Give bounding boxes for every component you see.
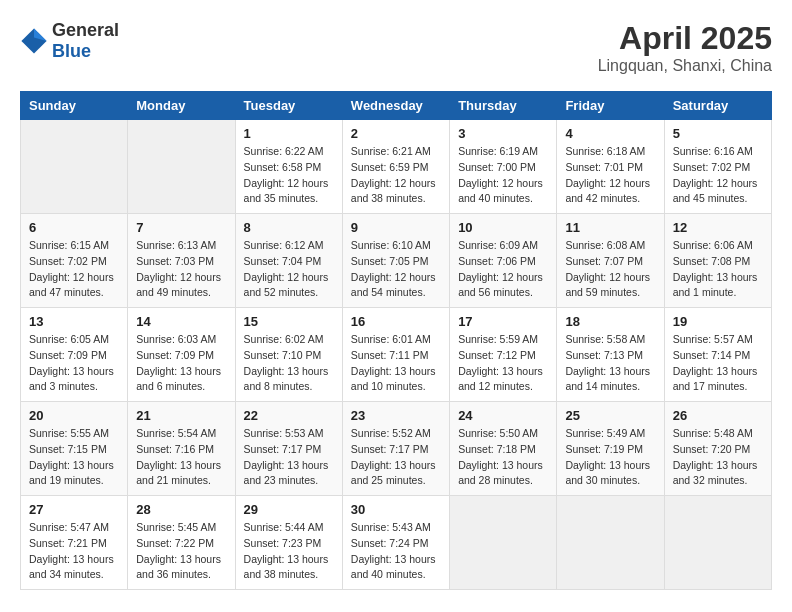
weekday-header-row: SundayMondayTuesdayWednesdayThursdayFrid… [21,92,772,120]
calendar-cell: 8Sunrise: 6:12 AMSunset: 7:04 PMDaylight… [235,214,342,308]
day-number: 17 [458,314,548,329]
weekday-header: Sunday [21,92,128,120]
weekday-header: Saturday [664,92,771,120]
day-number: 4 [565,126,655,141]
day-info: Sunrise: 6:10 AMSunset: 7:05 PMDaylight:… [351,238,441,301]
day-info: Sunrise: 5:57 AMSunset: 7:14 PMDaylight:… [673,332,763,395]
day-number: 24 [458,408,548,423]
calendar-cell: 5Sunrise: 6:16 AMSunset: 7:02 PMDaylight… [664,120,771,214]
day-number: 14 [136,314,226,329]
day-number: 19 [673,314,763,329]
calendar-cell: 7Sunrise: 6:13 AMSunset: 7:03 PMDaylight… [128,214,235,308]
day-info: Sunrise: 6:21 AMSunset: 6:59 PMDaylight:… [351,144,441,207]
day-info: Sunrise: 6:09 AMSunset: 7:06 PMDaylight:… [458,238,548,301]
day-info: Sunrise: 6:19 AMSunset: 7:00 PMDaylight:… [458,144,548,207]
day-info: Sunrise: 6:02 AMSunset: 7:10 PMDaylight:… [244,332,334,395]
calendar-week-row: 13Sunrise: 6:05 AMSunset: 7:09 PMDayligh… [21,308,772,402]
day-number: 27 [29,502,119,517]
calendar-cell: 6Sunrise: 6:15 AMSunset: 7:02 PMDaylight… [21,214,128,308]
day-info: Sunrise: 5:58 AMSunset: 7:13 PMDaylight:… [565,332,655,395]
day-info: Sunrise: 5:52 AMSunset: 7:17 PMDaylight:… [351,426,441,489]
title-block: April 2025 Lingquan, Shanxi, China [598,20,772,75]
day-info: Sunrise: 6:01 AMSunset: 7:11 PMDaylight:… [351,332,441,395]
calendar-cell: 26Sunrise: 5:48 AMSunset: 7:20 PMDayligh… [664,402,771,496]
calendar-cell: 1Sunrise: 6:22 AMSunset: 6:58 PMDaylight… [235,120,342,214]
calendar-cell: 16Sunrise: 6:01 AMSunset: 7:11 PMDayligh… [342,308,449,402]
calendar-cell: 11Sunrise: 6:08 AMSunset: 7:07 PMDayligh… [557,214,664,308]
calendar-cell: 18Sunrise: 5:58 AMSunset: 7:13 PMDayligh… [557,308,664,402]
logo-blue-text: Blue [52,41,91,61]
day-number: 8 [244,220,334,235]
day-number: 2 [351,126,441,141]
day-info: Sunrise: 6:16 AMSunset: 7:02 PMDaylight:… [673,144,763,207]
calendar-week-row: 27Sunrise: 5:47 AMSunset: 7:21 PMDayligh… [21,496,772,590]
day-info: Sunrise: 5:50 AMSunset: 7:18 PMDaylight:… [458,426,548,489]
calendar-cell [450,496,557,590]
calendar-cell: 10Sunrise: 6:09 AMSunset: 7:06 PMDayligh… [450,214,557,308]
day-info: Sunrise: 6:08 AMSunset: 7:07 PMDaylight:… [565,238,655,301]
calendar-cell: 21Sunrise: 5:54 AMSunset: 7:16 PMDayligh… [128,402,235,496]
day-number: 11 [565,220,655,235]
logo: General Blue [20,20,119,62]
day-number: 3 [458,126,548,141]
day-number: 7 [136,220,226,235]
day-info: Sunrise: 5:45 AMSunset: 7:22 PMDaylight:… [136,520,226,583]
weekday-header: Monday [128,92,235,120]
calendar-cell: 28Sunrise: 5:45 AMSunset: 7:22 PMDayligh… [128,496,235,590]
calendar-cell: 19Sunrise: 5:57 AMSunset: 7:14 PMDayligh… [664,308,771,402]
weekday-header: Friday [557,92,664,120]
logo-icon [20,27,48,55]
calendar-cell: 9Sunrise: 6:10 AMSunset: 7:05 PMDaylight… [342,214,449,308]
calendar-cell: 13Sunrise: 6:05 AMSunset: 7:09 PMDayligh… [21,308,128,402]
calendar-cell: 20Sunrise: 5:55 AMSunset: 7:15 PMDayligh… [21,402,128,496]
day-number: 1 [244,126,334,141]
day-number: 5 [673,126,763,141]
day-info: Sunrise: 6:05 AMSunset: 7:09 PMDaylight:… [29,332,119,395]
calendar-cell: 25Sunrise: 5:49 AMSunset: 7:19 PMDayligh… [557,402,664,496]
calendar-table: SundayMondayTuesdayWednesdayThursdayFrid… [20,91,772,590]
calendar-cell: 12Sunrise: 6:06 AMSunset: 7:08 PMDayligh… [664,214,771,308]
calendar-cell: 17Sunrise: 5:59 AMSunset: 7:12 PMDayligh… [450,308,557,402]
day-number: 28 [136,502,226,517]
day-number: 26 [673,408,763,423]
calendar-body: 1Sunrise: 6:22 AMSunset: 6:58 PMDaylight… [21,120,772,590]
day-number: 29 [244,502,334,517]
calendar-cell: 14Sunrise: 6:03 AMSunset: 7:09 PMDayligh… [128,308,235,402]
weekday-header: Tuesday [235,92,342,120]
location-title: Lingquan, Shanxi, China [598,57,772,75]
day-number: 10 [458,220,548,235]
calendar-cell: 30Sunrise: 5:43 AMSunset: 7:24 PMDayligh… [342,496,449,590]
day-info: Sunrise: 5:48 AMSunset: 7:20 PMDaylight:… [673,426,763,489]
day-info: Sunrise: 6:06 AMSunset: 7:08 PMDaylight:… [673,238,763,301]
calendar-cell [21,120,128,214]
day-number: 9 [351,220,441,235]
day-number: 6 [29,220,119,235]
day-info: Sunrise: 6:22 AMSunset: 6:58 PMDaylight:… [244,144,334,207]
weekday-header: Thursday [450,92,557,120]
day-number: 18 [565,314,655,329]
day-number: 30 [351,502,441,517]
day-info: Sunrise: 6:18 AMSunset: 7:01 PMDaylight:… [565,144,655,207]
calendar-cell: 27Sunrise: 5:47 AMSunset: 7:21 PMDayligh… [21,496,128,590]
calendar-cell [128,120,235,214]
day-info: Sunrise: 5:53 AMSunset: 7:17 PMDaylight:… [244,426,334,489]
day-info: Sunrise: 6:03 AMSunset: 7:09 PMDaylight:… [136,332,226,395]
day-info: Sunrise: 6:13 AMSunset: 7:03 PMDaylight:… [136,238,226,301]
day-number: 13 [29,314,119,329]
day-number: 25 [565,408,655,423]
calendar-cell: 3Sunrise: 6:19 AMSunset: 7:00 PMDaylight… [450,120,557,214]
calendar-cell: 24Sunrise: 5:50 AMSunset: 7:18 PMDayligh… [450,402,557,496]
calendar-cell [664,496,771,590]
calendar-cell: 2Sunrise: 6:21 AMSunset: 6:59 PMDaylight… [342,120,449,214]
day-info: Sunrise: 6:12 AMSunset: 7:04 PMDaylight:… [244,238,334,301]
logo-general-text: General [52,20,119,40]
day-info: Sunrise: 5:55 AMSunset: 7:15 PMDaylight:… [29,426,119,489]
calendar-cell: 23Sunrise: 5:52 AMSunset: 7:17 PMDayligh… [342,402,449,496]
day-info: Sunrise: 5:54 AMSunset: 7:16 PMDaylight:… [136,426,226,489]
month-title: April 2025 [598,20,772,57]
weekday-header: Wednesday [342,92,449,120]
day-info: Sunrise: 5:49 AMSunset: 7:19 PMDaylight:… [565,426,655,489]
calendar-cell [557,496,664,590]
calendar-cell: 22Sunrise: 5:53 AMSunset: 7:17 PMDayligh… [235,402,342,496]
calendar-cell: 29Sunrise: 5:44 AMSunset: 7:23 PMDayligh… [235,496,342,590]
